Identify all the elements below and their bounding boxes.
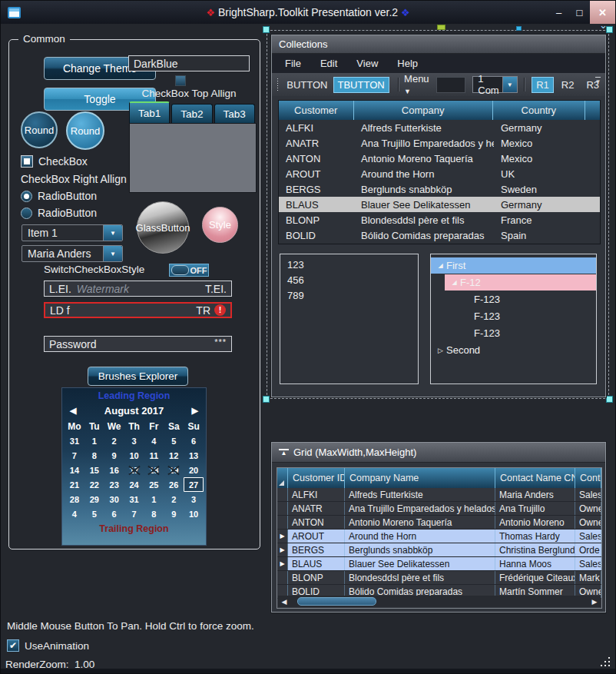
calendar-day[interactable]: 25 (144, 477, 164, 492)
calendar-day[interactable]: 31 (124, 492, 144, 506)
toolbar-combobox[interactable]: 1 Com ▼ (472, 76, 517, 93)
calendar-day[interactable]: 5 (84, 506, 104, 521)
calendar-day[interactable]: 29 (84, 492, 104, 506)
table-row[interactable]: BLAUSBlauer See DelikatessenGermany (279, 197, 600, 212)
table-row[interactable]: BERGSBerglunds snabbköpSweden (279, 181, 600, 197)
calendar-day[interactable]: 5 (164, 433, 184, 448)
calendar-day[interactable]: 4 (65, 506, 84, 521)
list-item[interactable]: 123 (280, 257, 418, 273)
toolbar-grip[interactable] (277, 78, 278, 91)
style-button[interactable]: Style (202, 207, 238, 243)
table-row[interactable]: ANTONAntonio Moreno TaqueríaMexico (279, 151, 600, 166)
tab-tab3[interactable]: Tab3 (214, 104, 255, 123)
calendar-day[interactable]: 13 (184, 448, 204, 463)
calendar-day[interactable]: 28 (65, 492, 84, 506)
radio-button-1[interactable] (21, 191, 32, 202)
expander-expanded-icon[interactable]: ◢ (435, 262, 446, 269)
theme-textbox[interactable]: DarkBlue (128, 55, 250, 71)
table-row[interactable]: ANATRAna Trujillo Emparedados y heladosA… (277, 502, 601, 516)
calendar-day[interactable]: 4 (144, 433, 164, 448)
table-row[interactable]: ANTONAntonio Moreno TaqueríaAntonio More… (277, 516, 601, 530)
tree-node-f123[interactable]: F-123 (431, 308, 596, 324)
table-row[interactable]: BOLIDBólido Comidas preparadasSpain (279, 227, 600, 243)
calendar-day[interactable]: 21 (65, 477, 84, 492)
row-header[interactable] (277, 502, 288, 515)
calendar-day[interactable]: 22 (84, 477, 104, 492)
calendar-day[interactable]: 20 (184, 463, 204, 477)
calendar-day[interactable]: 24 (124, 477, 144, 492)
scroll-right-icon[interactable]: ▶ (588, 598, 601, 606)
table-row[interactable]: BLONPBlondesddsl père et filsFrédérique … (277, 571, 601, 585)
brushes-explorer-button[interactable]: Brushes Explorer (88, 367, 188, 386)
table-row[interactable]: BLONPBlondesddsl père et filsFrance (279, 212, 600, 227)
chevron-down-icon[interactable]: ▼ (103, 225, 122, 241)
toolbar-toggle-button[interactable]: TBUTTON (333, 77, 389, 93)
calendar-day[interactable]: 1 (84, 433, 104, 448)
row-header[interactable]: ▶ (277, 557, 288, 570)
chevron-down-icon[interactable]: ▼ (502, 77, 517, 92)
calendar-day[interactable]: 19 (164, 463, 184, 477)
calendar-day[interactable]: 2 (104, 433, 124, 448)
row-header[interactable] (277, 488, 288, 501)
switch-checkbox[interactable]: OFF (169, 264, 209, 277)
calendar-day[interactable]: 3 (124, 433, 144, 448)
collections-titlebar[interactable]: Collections (272, 35, 605, 54)
calendar-day[interactable]: 9 (164, 506, 184, 521)
chevron-down-icon[interactable]: ⌄ (599, 19, 608, 31)
glass-button[interactable]: GlassButton (137, 201, 189, 254)
error-textbox[interactable]: LD f TR ! (44, 302, 232, 318)
calendar-day[interactable]: 3 (184, 492, 204, 506)
calendar-day[interactable]: 1 (144, 492, 164, 506)
select-all-corner[interactable] (277, 468, 288, 488)
item-combobox[interactable]: Item 1 ▼ (22, 224, 123, 241)
calendar-day[interactable]: 14 (65, 463, 84, 477)
calendar-day[interactable]: 6 (184, 433, 204, 448)
calendar-day[interactable]: 26 (164, 477, 184, 492)
scroll-left-icon[interactable]: ◀ (278, 598, 290, 606)
tab-tab1[interactable]: Tab1 (129, 101, 170, 123)
round-button-2[interactable]: Round (66, 111, 104, 150)
calendar-day[interactable]: 30 (104, 492, 124, 506)
toolbar-menu-button[interactable]: Menu ▼ (404, 73, 429, 96)
menu-item-help[interactable]: Help (393, 56, 422, 71)
checkbox[interactable] (21, 155, 33, 168)
password-field[interactable]: Password *** (44, 336, 232, 352)
calendar-day[interactable]: 18 (144, 463, 164, 477)
calendar-prev-button[interactable]: ◀ (70, 406, 87, 416)
toolbar-button[interactable]: BUTTON (283, 78, 330, 92)
calendar-day[interactable]: 7 (124, 506, 144, 521)
calendar-day[interactable]: 17 (124, 463, 144, 477)
collapse-icon[interactable]: ▲ (279, 449, 289, 457)
menu-item-edit[interactable]: Edit (316, 56, 341, 71)
calendar-month-title[interactable]: August 2017 (87, 405, 181, 417)
resize-grip[interactable] (601, 657, 610, 666)
expander-collapsed-icon[interactable]: ▷ (435, 347, 446, 354)
use-animation-checkbox[interactable] (7, 639, 19, 652)
toolbar-textbox[interactable] (436, 77, 466, 93)
table-row[interactable]: ALFKIAlfreds FutterkisteGermany (279, 120, 600, 135)
table-row[interactable]: ▶AROUTAround the HornThomas HardySales (277, 530, 601, 543)
calendar-day[interactable]: 10 (184, 506, 204, 521)
calendar-day[interactable]: 27 (184, 477, 204, 492)
calendar-day[interactable]: 8 (144, 506, 164, 521)
tree-node-second[interactable]: ▷Second (431, 342, 596, 358)
table-row[interactable]: AROUTAround the HornUK (279, 166, 600, 181)
tree-node-f12[interactable]: ◢F-12 (445, 274, 596, 291)
calendar-day[interactable]: 15 (84, 463, 104, 477)
toolbar-overflow-button[interactable]: ▼ (592, 77, 604, 85)
resize-handle[interactable] (606, 396, 613, 403)
checkbox-top-align[interactable] (175, 75, 186, 86)
calendar-next-button[interactable]: ▶ (181, 406, 198, 416)
list-item[interactable]: 789 (280, 288, 418, 304)
row-header[interactable] (277, 516, 288, 529)
calendar-day[interactable]: 10 (124, 448, 144, 463)
resize-handle[interactable] (263, 396, 270, 403)
toolbar-radio-r1[interactable]: R1 (532, 77, 554, 93)
chevron-down-icon[interactable]: ▼ (103, 246, 122, 261)
round-button-1[interactable]: Round (21, 111, 58, 148)
calendar-day[interactable]: 6 (104, 506, 124, 521)
tree-node-f123[interactable]: F-123 (431, 325, 596, 341)
calendar-day[interactable]: 11 (144, 448, 164, 463)
radio-button-2[interactable] (21, 208, 32, 219)
table-row[interactable]: ALFKIAlfreds FutterkisteMaria AndersSale… (277, 488, 601, 502)
